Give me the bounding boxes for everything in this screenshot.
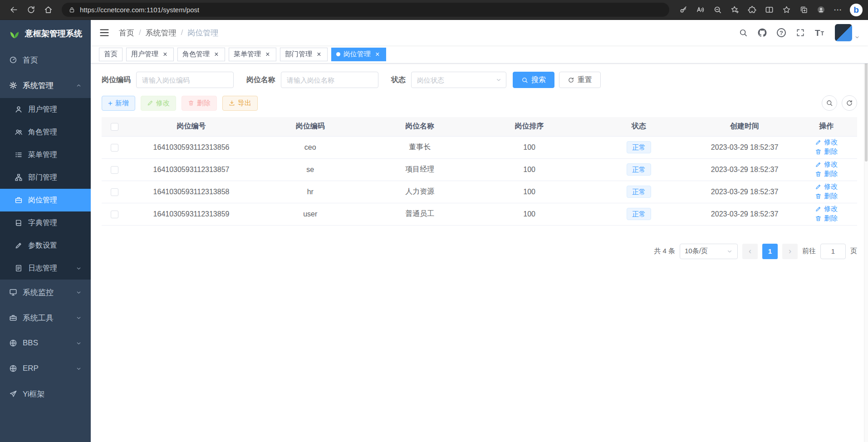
github-button[interactable]	[753, 24, 771, 42]
app-title: 意框架管理系统	[25, 28, 82, 39]
select-all-checkbox[interactable]	[111, 123, 118, 131]
post-name-form-item: 岗位名称	[246, 72, 378, 88]
sidebar-item-role-management[interactable]: 角色管理	[0, 121, 91, 143]
add-favorite-button[interactable]	[726, 2, 743, 18]
header-search-button[interactable]	[734, 24, 752, 42]
status-select[interactable]	[411, 72, 506, 88]
copilot-button[interactable]: b	[850, 4, 863, 16]
tab-user-management[interactable]: 用户管理 ×	[126, 48, 174, 61]
sidebar-item-user-management[interactable]: 用户管理	[0, 98, 91, 121]
split-screen-icon	[765, 5, 774, 14]
scrollbar[interactable]	[864, 20, 868, 442]
browser-home-button[interactable]	[40, 2, 56, 18]
row-delete-button[interactable]: 删除	[815, 170, 838, 178]
browser-profile-button[interactable]	[813, 2, 829, 18]
sidebar-item-erp[interactable]: ERP	[0, 356, 91, 381]
cell-created-time: 2023-03-29 18:52:37	[694, 158, 796, 181]
delete-button[interactable]: 删除	[181, 96, 217, 111]
read-aloud-icon	[696, 5, 705, 14]
add-button[interactable]: + 新增	[102, 96, 135, 111]
read-aloud-button[interactable]	[692, 2, 708, 18]
tab-home[interactable]: 首页	[99, 48, 123, 61]
profile-avatar-icon	[817, 5, 825, 14]
goto-page-input[interactable]	[820, 244, 846, 259]
sidebar-item-param-settings[interactable]: 参数设置	[0, 234, 91, 257]
sidebar-item-home[interactable]: 首页	[0, 47, 91, 73]
tab-close-icon[interactable]: ×	[315, 51, 323, 58]
site-info-lock-icon[interactable]	[69, 6, 75, 13]
page-size-select[interactable]: 10条/页	[680, 244, 738, 259]
user-menu[interactable]	[835, 24, 860, 41]
export-button[interactable]: 导出	[222, 96, 258, 111]
search-button[interactable]: 搜索	[513, 72, 554, 88]
extensions-button[interactable]	[744, 2, 760, 18]
tab-menu-management[interactable]: 菜单管理 ×	[229, 48, 276, 61]
row-edit-button[interactable]: 修改	[815, 138, 838, 147]
sidebar-item-system-tools[interactable]: 系统工具	[0, 305, 91, 330]
post-name-input[interactable]	[281, 72, 378, 88]
zoom-button[interactable]	[709, 2, 726, 18]
row-checkbox[interactable]	[111, 211, 118, 218]
row-checkbox[interactable]	[111, 188, 118, 196]
tab-close-icon[interactable]: ×	[374, 51, 381, 58]
reset-button[interactable]: 重置	[559, 72, 601, 88]
row-checkbox[interactable]	[111, 144, 118, 152]
hamburger-icon[interactable]	[99, 27, 110, 38]
sidebar-item-dict-management[interactable]: 字典管理	[0, 211, 91, 234]
browser-refresh-button[interactable]	[23, 2, 39, 18]
sidebar-item-bbs[interactable]: BBS	[0, 330, 91, 356]
address-bar[interactable]: https://ccnetcore.com:1101/system/post	[62, 3, 669, 17]
favorites-button[interactable]	[778, 2, 794, 18]
tab-close-icon[interactable]: ×	[213, 51, 220, 58]
tab-post-management[interactable]: 岗位管理 ×	[331, 48, 386, 61]
sidebar-item-menu-management[interactable]: 菜单管理	[0, 143, 91, 166]
row-delete-button[interactable]: 删除	[815, 214, 838, 223]
app-window: 意框架管理系统 首页 系统管理 用户管理 角色管理	[0, 20, 868, 442]
collections-button[interactable]	[795, 2, 812, 18]
active-tab-dot	[336, 52, 340, 56]
tab-role-management[interactable]: 角色管理 ×	[177, 48, 225, 61]
breadcrumb-home[interactable]: 首页	[119, 28, 134, 38]
tab-close-icon[interactable]: ×	[264, 51, 271, 58]
globe-icon	[9, 364, 17, 373]
row-delete-button[interactable]: 删除	[815, 147, 838, 156]
split-screen-button[interactable]	[761, 2, 777, 18]
page-number-button[interactable]: 1	[762, 244, 778, 259]
prev-page-button[interactable]: ‹	[742, 244, 758, 259]
monitor-icon	[9, 288, 17, 296]
sidebar-item-yi-framework[interactable]: Yi框架	[0, 381, 91, 407]
row-checkbox[interactable]	[111, 166, 118, 174]
search-icon	[739, 28, 748, 37]
edit-pen-icon	[15, 241, 23, 250]
row-edit-button[interactable]: 修改	[815, 182, 838, 191]
cell-post-id: 1641030593112313857	[127, 158, 255, 181]
row-edit-button[interactable]: 修改	[815, 205, 838, 213]
table-row: 1641030593112313857 se 项目经理 100 正常 2023-…	[102, 158, 857, 181]
sidebar-item-system-monitor[interactable]: 系统监控	[0, 280, 91, 305]
edit-button-label: 修改	[156, 99, 170, 108]
tab-dept-management[interactable]: 部门管理 ×	[280, 48, 328, 61]
edit-button[interactable]: 修改	[141, 96, 176, 111]
font-size-button[interactable]: TT	[810, 24, 829, 42]
fullscreen-button[interactable]	[791, 24, 809, 42]
status-select-input[interactable]	[411, 72, 506, 88]
sidebar-item-dept-management[interactable]: 部门管理	[0, 166, 91, 189]
toggle-search-button[interactable]	[822, 95, 837, 111]
help-button[interactable]: ?	[772, 24, 790, 42]
tab-close-icon[interactable]: ×	[162, 51, 169, 58]
pencil-icon	[815, 139, 822, 146]
refresh-table-button[interactable]	[842, 95, 857, 111]
password-manager-button[interactable]	[675, 2, 691, 18]
sidebar-item-post-management[interactable]: 岗位管理	[0, 189, 91, 211]
row-delete-button[interactable]: 删除	[815, 192, 838, 201]
cell-post-id: 1641030593112313858	[127, 181, 255, 203]
next-page-button[interactable]: ›	[782, 244, 798, 259]
post-code-input[interactable]	[136, 72, 234, 88]
pencil-icon	[815, 161, 822, 168]
browser-back-button[interactable]	[5, 2, 22, 18]
row-edit-button[interactable]: 修改	[815, 160, 838, 169]
browser-menu-button[interactable]: ···	[830, 2, 846, 18]
sidebar-item-system-management[interactable]: 系统管理	[0, 73, 91, 98]
app-logo[interactable]: 意框架管理系统	[0, 20, 91, 47]
sidebar-item-log-management[interactable]: 日志管理	[0, 257, 91, 280]
